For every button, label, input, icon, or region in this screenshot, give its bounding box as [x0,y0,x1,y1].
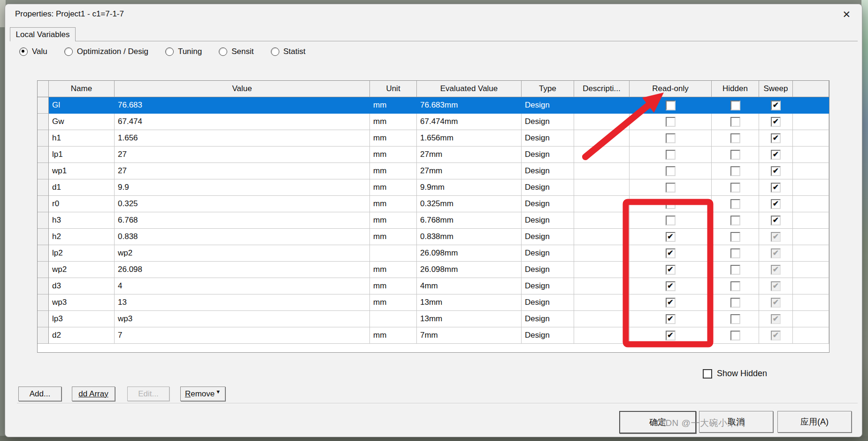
read-only-checkbox[interactable] [666,101,676,110]
row-selector[interactable] [38,97,49,114]
row-selector[interactable] [38,262,49,278]
hidden-checkbox[interactable] [730,232,740,242]
hidden-checkbox[interactable] [730,248,740,258]
cell-description[interactable] [574,196,630,212]
cell-description[interactable] [574,147,630,163]
row-selector[interactable] [38,163,49,179]
add-button[interactable]: Add... [18,387,61,401]
cell-value[interactable]: 13 [115,294,370,311]
cell-unit[interactable] [370,311,417,327]
row-selector[interactable] [38,179,49,196]
dd-array-button[interactable]: dd Array [72,387,115,401]
read-only-checkbox[interactable] [666,166,676,176]
radio-statist[interactable]: Statist [271,47,306,56]
table-row[interactable]: h20.838mm0.838mmDesign✔✔ [38,229,829,245]
row-selector[interactable] [38,130,49,147]
hidden-checkbox[interactable] [730,117,740,127]
sweep-checkbox[interactable]: ✔ [771,117,781,127]
read-only-checkbox[interactable] [666,216,676,225]
hidden-checkbox[interactable] [730,265,740,275]
cell-unit[interactable]: mm [370,130,417,147]
cell-unit[interactable]: mm [370,294,417,311]
sweep-checkbox[interactable]: ✔ [771,133,781,143]
cell-value[interactable]: 67.474 [115,114,370,130]
sweep-checkbox[interactable]: ✔ [771,183,781,193]
row-selector[interactable] [38,245,49,262]
table-row[interactable]: h36.768mm6.768mmDesign✔ [38,212,829,229]
read-only-checkbox[interactable]: ✔ [666,232,676,242]
show-hidden-box-icon[interactable] [703,369,712,379]
hidden-checkbox[interactable] [730,298,740,308]
hidden-checkbox[interactable] [730,150,740,160]
table-row[interactable]: lp127mm27mmDesign✔ [38,147,829,163]
read-only-checkbox[interactable] [666,199,676,209]
cell-name[interactable]: d2 [49,327,115,344]
cell-name[interactable]: h1 [49,130,115,147]
cell-value[interactable]: wp3 [115,311,370,327]
sweep-checkbox[interactable]: ✔ [771,150,781,160]
table-row[interactable]: d34mm4mmDesign✔✔ [38,278,829,294]
read-only-checkbox[interactable]: ✔ [666,265,676,275]
cell-value[interactable]: 76.683 [115,97,370,114]
cell-name[interactable]: Gw [49,114,115,130]
radio-tuning[interactable]: Tuning [165,47,202,56]
table-row[interactable]: wp127mm27mmDesign✔ [38,163,829,179]
row-selector[interactable] [38,311,49,327]
row-selector[interactable] [38,327,49,344]
cell-name[interactable]: wp1 [49,163,115,179]
sweep-checkbox[interactable]: ✔ [771,216,781,225]
cell-value[interactable]: 4 [115,278,370,294]
cell-unit[interactable]: mm [370,327,417,344]
cell-description[interactable] [574,163,630,179]
cell-name[interactable]: wp2 [49,262,115,278]
row-selector[interactable] [38,212,49,229]
read-only-checkbox[interactable] [666,117,676,127]
cell-unit[interactable] [370,245,417,262]
cell-name[interactable]: lp2 [49,245,115,262]
cell-unit[interactable]: mm [370,179,417,196]
hidden-checkbox[interactable] [730,183,740,193]
cell-unit[interactable]: mm [370,196,417,212]
sweep-checkbox[interactable]: ✔ [771,166,781,176]
hidden-checkbox[interactable] [730,166,740,176]
hidden-checkbox[interactable] [730,101,740,110]
hidden-checkbox[interactable] [730,331,740,340]
hidden-checkbox[interactable] [730,216,740,225]
cell-unit[interactable]: mm [370,229,417,245]
show-hidden-checkbox[interactable]: Show Hidden [703,369,767,379]
cell-unit[interactable]: mm [370,147,417,163]
row-selector[interactable] [38,294,49,311]
row-selector[interactable] [38,278,49,294]
cell-description[interactable] [574,245,630,262]
apply-button[interactable]: 应用(A) [777,411,852,433]
row-selector[interactable] [38,147,49,163]
row-selector[interactable] [38,196,49,212]
cell-value[interactable]: 27 [115,163,370,179]
table-row[interactable]: Gw67.474mm67.474mmDesign✔ [38,114,829,130]
cell-description[interactable] [574,130,630,147]
table-row[interactable]: wp313mm13mmDesign✔✔ [38,294,829,311]
read-only-checkbox[interactable]: ✔ [666,248,676,258]
cell-unit[interactable]: mm [370,212,417,229]
cell-value[interactable]: 27 [115,147,370,163]
cell-description[interactable] [574,262,630,278]
close-icon[interactable]: ✕ [842,9,851,19]
read-only-checkbox[interactable]: ✔ [666,314,676,324]
cell-name[interactable]: d1 [49,179,115,196]
read-only-checkbox[interactable]: ✔ [666,331,676,340]
hidden-checkbox[interactable] [730,281,740,291]
cell-unit[interactable]: mm [370,262,417,278]
hidden-checkbox[interactable] [730,133,740,143]
cell-description[interactable] [574,294,630,311]
cell-description[interactable] [574,327,630,344]
read-only-checkbox[interactable] [666,183,676,193]
cell-value[interactable]: 26.098 [115,262,370,278]
sweep-checkbox[interactable]: ✔ [771,199,781,209]
remove-button[interactable]: Remove▼ [180,387,225,401]
cell-unit[interactable]: mm [370,163,417,179]
cell-description[interactable] [574,278,630,294]
table-row[interactable]: Gl76.683mm76.683mmDesign✔ [38,97,829,114]
read-only-checkbox[interactable] [666,133,676,143]
cell-value[interactable]: 6.768 [115,212,370,229]
table-row[interactable]: r00.325mm0.325mmDesign✔ [38,196,829,212]
